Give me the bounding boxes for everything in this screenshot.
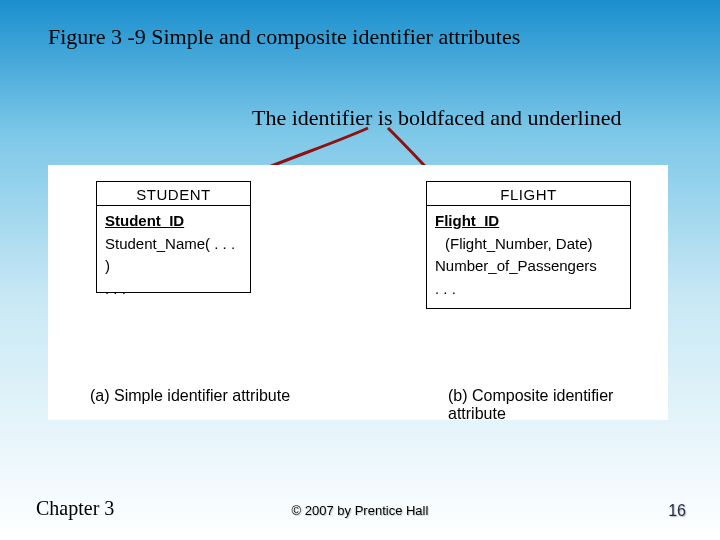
identifier-annotation: The identifier is boldfaced and underlin… — [252, 105, 622, 131]
entity-flight-attrs: Flight_ID (Flight_Number, Date) Number_o… — [427, 206, 630, 304]
figure-title: Figure 3 -9 Simple and composite identif… — [48, 24, 520, 50]
entity-student-name: STUDENT — [97, 182, 250, 206]
caption-simple: (a) Simple identifier attribute — [90, 387, 290, 405]
student-attr-name: Student_Name( . . . ) — [105, 233, 242, 278]
entity-flight-name: FLIGHT — [427, 182, 630, 206]
flight-attr-count: Number_of_Passengers — [435, 255, 622, 278]
entity-student: STUDENT Student_ID Student_Name( . . . )… — [96, 181, 251, 293]
chapter-label: Chapter 3 — [36, 497, 114, 520]
diagram-panel: STUDENT Student_ID Student_Name( . . . )… — [48, 165, 668, 420]
entity-student-attrs: Student_ID Student_Name( . . . ) . . . — [97, 206, 250, 304]
flight-ellipsis: . . . — [435, 278, 622, 301]
page-number: 16 — [668, 502, 686, 520]
caption-composite: (b) Composite identifier attribute — [448, 387, 668, 423]
flight-identifier: Flight_ID — [435, 210, 622, 233]
entity-flight: FLIGHT Flight_ID (Flight_Number, Date) N… — [426, 181, 631, 309]
flight-identifier-components: (Flight_Number, Date) — [435, 233, 622, 256]
student-identifier: Student_ID — [105, 210, 242, 233]
student-ellipsis: . . . — [105, 278, 242, 301]
copyright-text: © 2007 by Prentice Hall — [292, 503, 429, 518]
